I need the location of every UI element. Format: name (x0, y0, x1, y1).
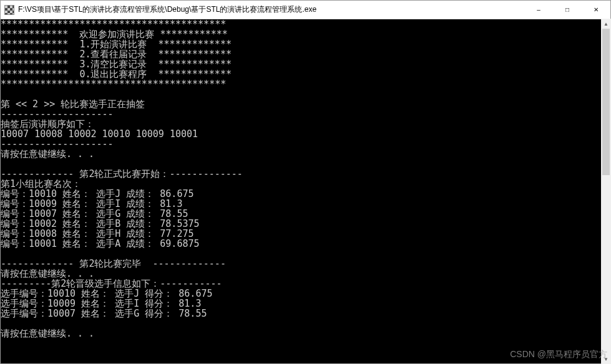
titlebar[interactable]: F:\VS项目\基于STL的演讲比赛流程管理系统\Debug\基于STL的演讲比… (1, 1, 610, 19)
scroll-thumb[interactable] (602, 29, 610, 175)
scroll-up-button[interactable]: ▲ (601, 19, 611, 29)
app-window: F:\VS项目\基于STL的演讲比赛流程管理系统\Debug\基于STL的演讲比… (0, 0, 611, 364)
scroll-track[interactable] (601, 29, 611, 354)
minimize-button[interactable]: – (524, 1, 553, 19)
close-button[interactable]: ✕ (582, 1, 610, 19)
promoted-row: 选手编号：10007 姓名： 选手G 得分： 78.55 (1, 308, 207, 319)
vertical-scrollbar[interactable]: ▲ ▼ (601, 19, 611, 364)
maximize-button[interactable]: □ (553, 1, 582, 19)
pause-3: 请按任意键继续. . . (1, 328, 94, 339)
result-row: 编号：10001 姓名： 选手A 成绩： 69.6875 (1, 238, 200, 249)
window-title: F:\VS项目\基于STL的演讲比赛流程管理系统\Debug\基于STL的演讲比… (18, 4, 524, 15)
console-output: ****************************************… (1, 19, 610, 363)
app-icon (4, 5, 14, 15)
menu-border-bot: **************************************** (1, 79, 226, 90)
window-controls: – □ ✕ (524, 1, 610, 19)
watermark-text: CSDN @黑马程序员官方 (510, 349, 607, 360)
pause-1: 请按任意键继续. . . (1, 148, 94, 160)
